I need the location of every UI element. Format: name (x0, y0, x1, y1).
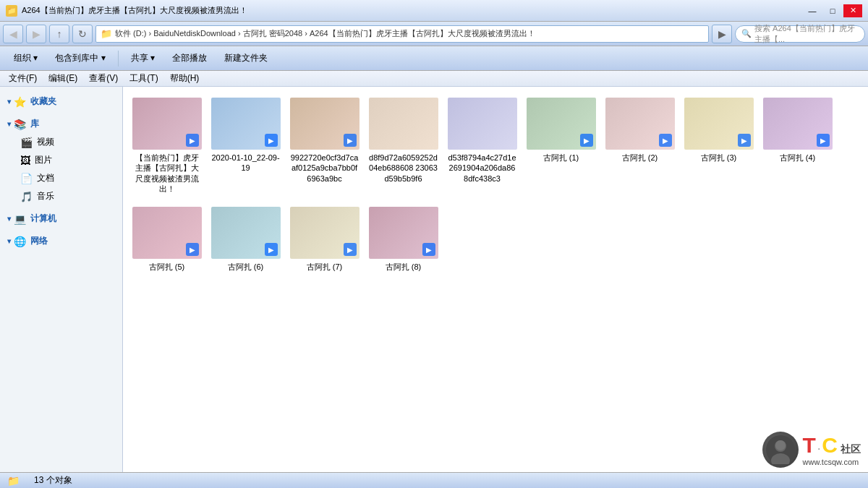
file-item[interactable]: ▶2020-01-10_22-09-19 (208, 93, 284, 199)
file-name: 9922720e0cf3d7caaf0125a9cba7bb0f6963a9bc (290, 153, 359, 184)
file-thumbnail: ▶ (132, 207, 202, 259)
search-icon: 🔍 (741, 29, 752, 38)
sidebar-item-video-label: 视频 (37, 136, 54, 148)
path-text: 软件 (D:) › BaiduNetdiskDownload › 古阿扎 密码2… (115, 28, 535, 39)
minimize-button[interactable]: — (803, 4, 822, 17)
file-name: 古阿扎 (8) (386, 262, 422, 272)
address-path[interactable]: 📁 软件 (D:) › BaiduNetdiskDownload › 古阿扎 密… (95, 25, 709, 43)
menu-view[interactable]: 查看(V) (83, 71, 124, 86)
computer-section: ▾ 💻 计算机 (0, 210, 122, 228)
menu-tools[interactable]: 工具(T) (124, 71, 163, 86)
close-button[interactable]: ✕ (843, 4, 862, 17)
status-folder-icon: 📁 (7, 475, 20, 487)
file-name: 【当前热门】虎牙主播【古阿扎】大尺度视频被渣男流出！ (132, 153, 201, 194)
file-name: 2020-01-10_22-09-19 (211, 153, 280, 174)
sidebar-item-video[interactable]: 🎬 视频 (0, 133, 122, 151)
watermark-c: C (822, 433, 838, 458)
file-name: 古阿扎 (3) (701, 153, 737, 163)
refresh-button[interactable]: ↻ (72, 25, 93, 43)
video-play-icon: ▶ (186, 243, 199, 256)
file-name: 古阿扎 (4) (780, 153, 816, 163)
sidebar-item-music[interactable]: 🎵 音乐 (0, 187, 122, 205)
file-thumbnail: ▶ (527, 98, 596, 150)
file-name: 古阿扎 (2) (622, 153, 658, 163)
favorites-star-icon: ⭐ (14, 96, 26, 108)
toolbar: 组织 ▾ 包含到库中 ▾ 共享 ▾ 全部播放 新建文件夹 (0, 46, 868, 71)
file-item[interactable]: ▶古阿扎 (4) (760, 93, 835, 199)
file-name: 古阿扎 (7) (307, 262, 343, 272)
file-item[interactable]: ▶古阿扎 (2) (602, 93, 678, 199)
share-button[interactable]: 共享 ▾ (123, 49, 163, 68)
video-play-icon: ▶ (265, 134, 278, 147)
file-item[interactable]: ▶9922720e0cf3d7caaf0125a9cba7bb0f6963a9b… (286, 93, 362, 199)
new-folder-button[interactable]: 新建文件夹 (216, 49, 276, 68)
watermark: T · C 社区 www.tcsqw.com (762, 432, 861, 468)
maximize-button[interactable]: □ (823, 4, 842, 17)
sidebar-item-document-label: 文档 (37, 172, 54, 184)
file-name: 古阿扎 (5) (149, 262, 185, 272)
video-play-icon: ▶ (580, 134, 593, 147)
file-item[interactable]: d53f8794a4c27d1e2691904a206da868dfc438c3 (444, 93, 520, 199)
sidebar-item-image[interactable]: 🖼 图片 (0, 151, 122, 169)
watermark-avatar (762, 432, 799, 468)
status-bar: 📁 13 个对象 (0, 472, 868, 488)
title-bar: 📁 A264【当前热门】虎牙主播【古阿扎】大尺度视频被渣男流出！ — □ ✕ (0, 0, 868, 22)
sidebar-item-document[interactable]: 📄 文档 (0, 169, 122, 187)
file-item[interactable]: ▶古阿扎 (6) (208, 202, 284, 277)
file-item[interactable]: d8f9d72a6059252d04eb688608 23063d59b5b9f… (365, 93, 441, 199)
file-item[interactable]: ▶古阿扎 (1) (523, 93, 599, 199)
window-icon: 📁 (6, 5, 17, 17)
library-arrow: ▾ (7, 120, 11, 128)
library-icon: 📚 (14, 119, 26, 130)
favorites-header[interactable]: ▾ ⭐ 收藏夹 (0, 93, 122, 111)
computer-icon: 💻 (14, 213, 26, 225)
video-play-icon: ▶ (265, 243, 278, 256)
computer-header[interactable]: ▾ 💻 计算机 (0, 210, 122, 228)
content-area: ▶【当前热门】虎牙主播【古阿扎】大尺度视频被渣男流出！▶2020-01-10_2… (123, 87, 868, 472)
main-layout: ▾ ⭐ 收藏夹 ▾ 📚 库 🎬 视频 🖼 图片 📄 文档 (0, 87, 868, 472)
file-thumbnail: ▶ (763, 98, 833, 150)
video-play-icon: ▶ (344, 134, 357, 147)
file-item[interactable]: ▶古阿扎 (7) (286, 202, 362, 277)
title-bar-text: A264【当前热门】虎牙主播【古阿扎】大尺度视频被渣男流出！ (22, 5, 803, 16)
file-item[interactable]: ▶古阿扎 (5) (129, 202, 205, 277)
video-play-icon: ▶ (659, 134, 672, 147)
computer-arrow: ▾ (7, 215, 11, 223)
video-play-icon: ▶ (817, 134, 830, 147)
network-icon: 🌐 (14, 236, 26, 247)
path-folder-icon: 📁 (101, 28, 112, 39)
organize-button[interactable]: 组织 ▾ (6, 49, 46, 68)
go-button[interactable]: ▶ (712, 25, 732, 43)
image-icon: 🖼 (20, 155, 30, 166)
play-all-button[interactable]: 全部播放 (164, 49, 215, 68)
favorites-label: 收藏夹 (30, 95, 56, 108)
watermark-text-group: T · C 社区 www.tcsqw.com (803, 433, 861, 466)
forward-button[interactable]: ▶ (26, 25, 46, 43)
file-thumbnail: ▶ (290, 98, 359, 150)
file-name: d8f9d72a6059252d04eb688608 23063d59b5b9f… (369, 153, 438, 184)
file-item[interactable]: ▶【当前热门】虎牙主播【古阿扎】大尺度视频被渣男流出！ (129, 93, 205, 199)
back-button[interactable]: ◀ (3, 25, 23, 43)
file-item[interactable]: ▶古阿扎 (3) (681, 93, 757, 199)
menu-edit[interactable]: 编辑(E) (43, 71, 83, 86)
search-placeholder: 搜索 A264【当前热门】虎牙主播【... (754, 23, 859, 45)
video-play-icon: ▶ (186, 134, 199, 147)
computer-label: 计算机 (30, 213, 56, 225)
file-thumbnail: ▶ (605, 98, 675, 150)
menu-file[interactable]: 文件(F) (3, 71, 43, 86)
up-button[interactable]: ↑ (49, 25, 69, 43)
file-item[interactable]: ▶古阿扎 (8) (365, 202, 441, 277)
video-icon: 🎬 (20, 137, 33, 148)
file-thumbnail: ▶ (132, 98, 202, 150)
menu-bar: 文件(F) 编辑(E) 查看(V) 工具(T) 帮助(H) (0, 71, 868, 87)
video-play-icon: ▶ (738, 134, 751, 147)
search-box[interactable]: 🔍 搜索 A264【当前热门】虎牙主播【... (735, 25, 865, 43)
watermark-site: www.tcsqw.com (803, 458, 859, 466)
favorites-arrow: ▾ (7, 98, 11, 106)
network-header[interactable]: ▾ 🌐 网络 (0, 232, 122, 250)
library-header[interactable]: ▾ 📚 库 (0, 115, 122, 133)
file-thumbnail: ▶ (211, 207, 281, 259)
include-button[interactable]: 包含到库中 ▾ (47, 49, 113, 68)
menu-help[interactable]: 帮助(H) (164, 71, 205, 86)
file-thumbnail: ▶ (684, 98, 754, 150)
